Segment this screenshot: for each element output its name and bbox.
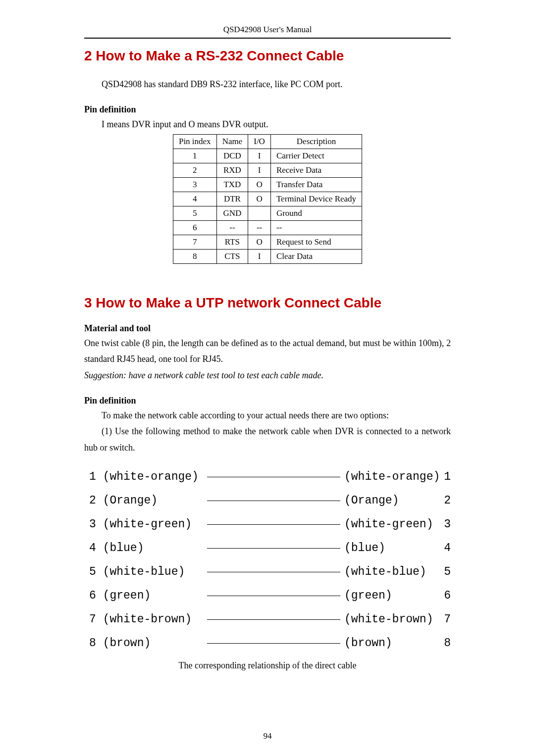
cell-name: GND (216, 206, 248, 220)
wire-line-icon (207, 501, 340, 501)
wire-line-icon (207, 477, 340, 477)
wire-left: 6 (green) (89, 589, 203, 602)
wire-right: (white-orange) (344, 470, 438, 483)
table-row: 7 RTS O Request to Send (173, 235, 362, 249)
cell-idx: 7 (173, 235, 216, 249)
th-desc: Description (270, 134, 362, 149)
cell-name: RXD (216, 163, 248, 177)
cell-io (248, 206, 271, 220)
wire-line-icon (207, 619, 340, 620)
wire-left: 3 (white-green) (89, 518, 203, 531)
wire-row: 8 (brown) (brown) 8 (89, 637, 451, 650)
wire-row: 4 (blue) (blue) 4 (89, 542, 451, 554)
wire-row: 6 (green) (green) 6 (89, 589, 451, 602)
cell-io: -- (248, 220, 271, 235)
th-io: I/O (248, 134, 271, 149)
wire-num: 5 (438, 565, 451, 578)
table-header-row: Pin index Name I/O Description (173, 134, 362, 149)
section2-heading: 2 How to Make a RS-232 Connect Cable (84, 48, 451, 64)
table-row: 4 DTR O Terminal Device Ready (173, 192, 362, 206)
cell-io: I (248, 149, 271, 163)
wire-row: 2 (Orange) (Orange) 2 (89, 494, 451, 507)
cell-idx: 8 (173, 249, 216, 263)
wire-row: 3 (white-green) (white-green) 3 (89, 518, 451, 531)
cell-io: O (248, 235, 271, 249)
cell-desc: Request to Send (270, 235, 362, 249)
wire-line-icon (207, 572, 340, 572)
wire-line-icon (207, 596, 340, 596)
wiring-diagram: 1 (white-orange) (white-orange) 1 2 (Ora… (84, 470, 451, 650)
cell-name: RTS (216, 235, 248, 249)
cell-desc: Ground (270, 206, 362, 220)
wire-left: 2 (Orange) (89, 494, 203, 507)
wire-num: 3 (438, 518, 451, 531)
cell-desc: -- (270, 220, 362, 235)
wire-row: 5 (white-blue) (white-blue) 5 (89, 565, 451, 578)
wire-right: (blue) (344, 542, 438, 554)
cell-desc: Clear Data (270, 249, 362, 263)
cell-idx: 6 (173, 220, 216, 235)
cell-idx: 5 (173, 206, 216, 220)
cell-desc: Receive Data (270, 163, 362, 177)
wire-left: 7 (white-brown) (89, 613, 203, 626)
cell-desc: Terminal Device Ready (270, 192, 362, 206)
table-row: 8 CTS I Clear Data (173, 249, 362, 263)
wire-num: 6 (438, 589, 451, 602)
wire-right: (brown) (344, 637, 438, 650)
th-name: Name (216, 134, 248, 149)
cell-name: DTR (216, 192, 248, 206)
wire-right: (white-blue) (344, 565, 438, 578)
page-number: 94 (0, 731, 535, 741)
cell-io: I (248, 249, 271, 263)
wire-row: 1 (white-orange) (white-orange) 1 (89, 470, 451, 483)
pin-def-text2: (1) Use the following method to make the… (84, 423, 451, 455)
suggestion-text: Suggestion: have a network cable test to… (84, 367, 451, 383)
cell-name: DCD (216, 149, 248, 163)
cell-desc: Carrier Detect (270, 149, 362, 163)
cell-idx: 1 (173, 149, 216, 163)
cell-name: TXD (216, 177, 248, 192)
wiring-caption: The corresponding relationship of the di… (84, 660, 451, 671)
wire-num: 1 (438, 470, 451, 483)
cell-io: I (248, 163, 271, 177)
table-row: 5 GND Ground (173, 206, 362, 220)
wire-right: (white-green) (344, 518, 438, 531)
wire-row: 7 (white-brown) (white-brown) 7 (89, 613, 451, 626)
wire-num: 4 (438, 542, 451, 554)
wire-right: (green) (344, 589, 438, 602)
wire-left: 4 (blue) (89, 542, 203, 554)
table-row: 2 RXD I Receive Data (173, 163, 362, 177)
material-text: One twist cable (8 pin, the length can b… (84, 335, 451, 367)
wire-num: 7 (438, 613, 451, 626)
cell-idx: 2 (173, 163, 216, 177)
cell-io: O (248, 192, 271, 206)
wire-num: 8 (438, 637, 451, 650)
wire-left: 5 (white-blue) (89, 565, 203, 578)
wire-line-icon (207, 643, 340, 644)
pin-def-note: I means DVR input and O means DVR output… (84, 116, 451, 132)
pin-table: Pin index Name I/O Description 1 DCD I C… (173, 134, 362, 264)
pin-def-heading-s2: Pin definition (84, 104, 451, 115)
pin-def-heading-s3: Pin definition (84, 396, 451, 406)
wire-right: (white-brown) (344, 613, 438, 626)
cell-idx: 4 (173, 192, 216, 206)
th-pinindex: Pin index (173, 134, 216, 149)
section3-heading: 3 How to Make a UTP network Connect Cabl… (84, 295, 451, 311)
table-row: 6 -- -- -- (173, 220, 362, 235)
pin-def-text1: To make the network cable according to y… (84, 407, 451, 423)
doc-header: QSD42908 User's Manual (84, 25, 451, 39)
table-row: 1 DCD I Carrier Detect (173, 149, 362, 163)
cell-io: O (248, 177, 271, 192)
section2-intro: QSD42908 has standard DB9 RS-232 interfa… (84, 76, 451, 92)
cell-name: -- (216, 220, 248, 235)
wire-right: (Orange) (344, 494, 438, 507)
cell-desc: Transfer Data (270, 177, 362, 192)
wire-num: 2 (438, 494, 451, 507)
cell-idx: 3 (173, 177, 216, 192)
wire-line-icon (207, 548, 340, 549)
wire-line-icon (207, 524, 340, 525)
wire-left: 8 (brown) (89, 637, 203, 650)
wire-left: 1 (white-orange) (89, 470, 203, 483)
cell-name: CTS (216, 249, 248, 263)
material-heading: Material and tool (84, 323, 451, 334)
